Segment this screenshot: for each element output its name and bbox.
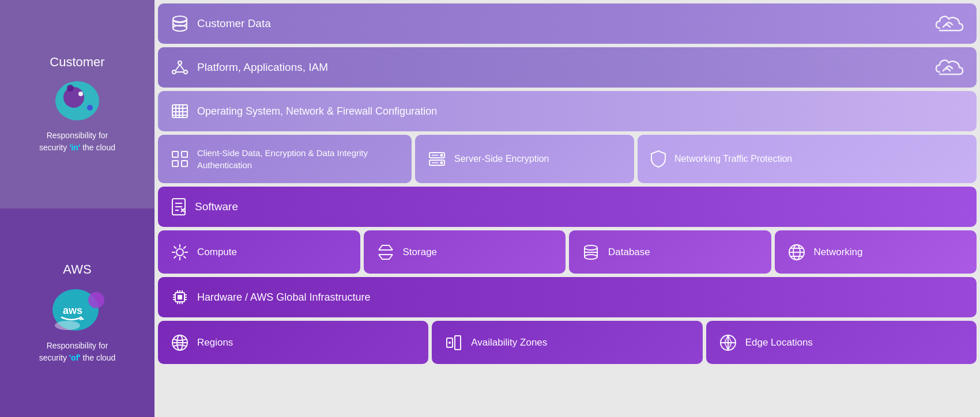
svg-line-45 <box>174 246 176 248</box>
networking-label: Networking <box>814 247 863 258</box>
customer-title: Customer <box>50 55 104 70</box>
row-regions: Regions Availability Zones <box>158 321 977 364</box>
svg-rect-74 <box>178 295 182 300</box>
edge-label: Edge Locations <box>745 337 813 348</box>
row-platform: Platform, Applications, IAM <box>158 47 977 88</box>
svg-point-51 <box>585 245 597 250</box>
svg-point-3 <box>87 105 93 111</box>
db-icon <box>582 243 600 261</box>
database-icon <box>171 14 189 33</box>
row-compute: Compute Storage <box>158 230 977 274</box>
main-content: Customer Data <box>154 0 980 417</box>
card-server-encryption: Server-Side Encryption <box>415 135 634 183</box>
edge-icon <box>719 333 737 352</box>
svg-line-46 <box>183 256 186 258</box>
svg-point-7 <box>55 321 80 330</box>
os-label: Operating System, Network & Firewall Con… <box>197 105 437 117</box>
compute-label: Compute <box>197 247 237 258</box>
chip-icon <box>171 288 189 306</box>
card-software: Software <box>158 187 977 227</box>
network-icon <box>171 58 189 77</box>
server-encryption-label: Server-Side Encryption <box>454 154 549 164</box>
svg-point-2 <box>78 92 83 96</box>
svg-line-47 <box>183 246 186 248</box>
row-hardware: Hardware / AWS Global Infrastructure <box>158 277 977 317</box>
aws-avatar: aws <box>46 284 109 333</box>
az-label: Availability Zones <box>471 337 547 348</box>
svg-line-16 <box>176 65 180 70</box>
sidebar-aws: AWS aws Responsibility for security 'of'… <box>0 208 154 417</box>
svg-point-13 <box>178 61 182 65</box>
svg-point-6 <box>88 292 104 308</box>
card-network-protection: Networking Traffic Protection <box>638 135 977 183</box>
card-regions: Regions <box>158 321 428 364</box>
az-icon <box>444 333 463 352</box>
globe-icon <box>171 333 189 352</box>
card-platform: Platform, Applications, IAM <box>158 47 977 88</box>
svg-point-54 <box>585 255 597 259</box>
svg-rect-29 <box>182 161 187 166</box>
row-customer-data: Customer Data <box>158 3 977 44</box>
svg-line-17 <box>180 65 184 70</box>
cloud-icon-right-2 <box>934 56 964 79</box>
card-compute: Compute <box>158 230 360 274</box>
network-protection-label: Networking Traffic Protection <box>674 154 792 164</box>
software-label: Software <box>195 200 238 213</box>
database-label: Database <box>608 247 650 258</box>
card-storage: Storage <box>364 230 566 274</box>
svg-rect-27 <box>182 151 187 157</box>
card-edge-locations: Edge Locations <box>706 321 977 364</box>
grid-icon <box>171 150 189 168</box>
svg-point-14 <box>172 70 176 74</box>
cloud-icon-right-1 <box>934 12 964 35</box>
card-database: Database <box>569 230 771 274</box>
row-encryption: Client-Side Data, Encryption & Data Inte… <box>158 135 977 183</box>
svg-point-33 <box>441 162 443 164</box>
storage-label: Storage <box>403 247 438 258</box>
card-os: Operating System, Network & Firewall Con… <box>158 91 977 131</box>
svg-point-40 <box>176 249 183 256</box>
platform-label: Platform, Applications, IAM <box>197 61 328 74</box>
customer-avatar <box>48 77 106 123</box>
server-icon <box>428 150 446 168</box>
client-encryption-label: Client-Side Data, Encryption & Data Inte… <box>197 147 399 171</box>
row-os: Operating System, Network & Firewall Con… <box>158 91 977 131</box>
svg-rect-79 <box>455 336 461 350</box>
storage-icon <box>376 243 395 261</box>
svg-point-15 <box>184 70 187 74</box>
card-client-encryption: Client-Side Data, Encryption & Data Inte… <box>158 135 412 183</box>
shield-icon <box>650 150 666 168</box>
card-customer-data: Customer Data <box>158 3 977 44</box>
svg-point-1 <box>63 87 84 108</box>
row-software: Software <box>158 187 977 227</box>
networking-icon <box>787 243 806 261</box>
svg-text:aws: aws <box>63 305 82 316</box>
aws-title: AWS <box>63 262 91 277</box>
svg-point-32 <box>441 154 443 156</box>
card-hardware: Hardware / AWS Global Infrastructure <box>158 277 977 317</box>
svg-line-48 <box>174 256 176 258</box>
hardware-label: Hardware / AWS Global Infrastructure <box>197 291 370 304</box>
svg-rect-28 <box>172 161 178 166</box>
card-networking: Networking <box>775 230 977 274</box>
software-icon <box>171 198 187 216</box>
customer-subtitle: Responsibility for security 'in' the clo… <box>39 130 115 154</box>
svg-point-4 <box>67 85 74 92</box>
svg-rect-26 <box>172 151 178 157</box>
compute-icon <box>171 243 189 261</box>
customer-data-label: Customer Data <box>197 17 271 30</box>
regions-label: Regions <box>197 337 233 348</box>
aws-subtitle: Responsibility for security 'of' the clo… <box>39 340 116 364</box>
svg-point-9 <box>173 16 187 22</box>
sidebar: Customer Responsibility for security 'in… <box>0 0 154 417</box>
svg-point-80 <box>448 342 451 344</box>
sidebar-customer: Customer Responsibility for security 'in… <box>0 0 154 208</box>
card-availability-zones: Availability Zones <box>432 321 702 364</box>
firewall-icon <box>171 102 189 120</box>
